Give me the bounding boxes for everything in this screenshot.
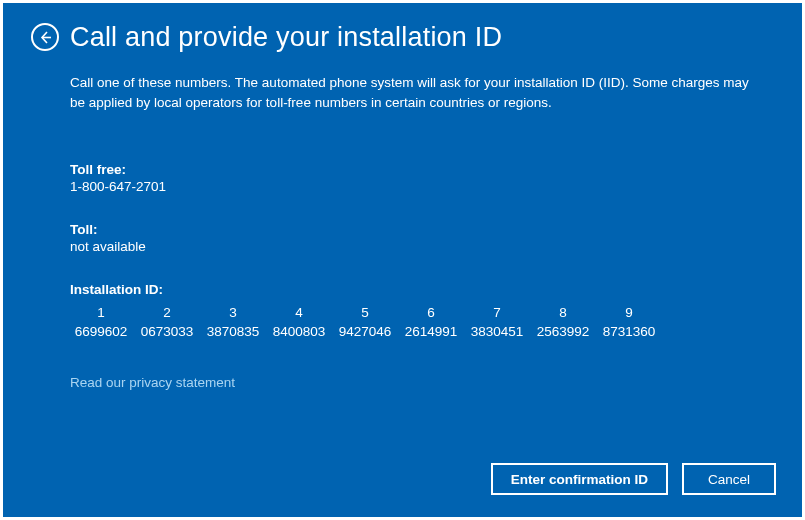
iid-group: 8731360: [598, 324, 660, 339]
toll-free-block: Toll free: 1-800-647-2701: [70, 162, 767, 194]
iid-group: 6699602: [70, 324, 132, 339]
iid-group: 8400803: [268, 324, 330, 339]
iid-group: 2563992: [532, 324, 594, 339]
cancel-button[interactable]: Cancel: [682, 463, 776, 495]
iid-header: 3: [202, 305, 264, 324]
iid-group: 0673033: [136, 324, 198, 339]
page-title: Call and provide your installation ID: [70, 24, 502, 51]
toll-free-value: 1-800-647-2701: [70, 179, 767, 194]
iid-header: 9: [598, 305, 660, 324]
privacy-statement-link[interactable]: Read our privacy statement: [70, 375, 235, 390]
installation-id-label: Installation ID:: [70, 282, 767, 297]
iid-header: 7: [466, 305, 528, 324]
iid-group: 3870835: [202, 324, 264, 339]
iid-group: 3830451: [466, 324, 528, 339]
installation-id-block: Installation ID: 1 2 3 4 5 6 7 8 9 66996…: [70, 282, 767, 339]
toll-label: Toll:: [70, 222, 767, 237]
toll-free-label: Toll free:: [70, 162, 767, 177]
iid-header: 8: [532, 305, 594, 324]
iid-header: 2: [136, 305, 198, 324]
content-area: Call one of these numbers. The automated…: [70, 73, 767, 391]
iid-header: 5: [334, 305, 396, 324]
header: Call and provide your installation ID: [31, 23, 767, 51]
installation-id-grid: 1 2 3 4 5 6 7 8 9 6699602 0673033 387083…: [70, 305, 767, 339]
arrow-left-icon: [38, 30, 53, 45]
iid-header: 4: [268, 305, 330, 324]
iid-header: 1: [70, 305, 132, 324]
iid-group: 9427046: [334, 324, 396, 339]
iid-group: 2614991: [400, 324, 462, 339]
activation-dialog: Call and provide your installation ID Ca…: [3, 3, 802, 517]
iid-header: 6: [400, 305, 462, 324]
description-text: Call one of these numbers. The automated…: [70, 73, 767, 112]
footer-buttons: Enter confirmation ID Cancel: [491, 463, 776, 495]
back-button[interactable]: [31, 23, 59, 51]
toll-value: not available: [70, 239, 767, 254]
enter-confirmation-id-button[interactable]: Enter confirmation ID: [491, 463, 668, 495]
toll-block: Toll: not available: [70, 222, 767, 254]
